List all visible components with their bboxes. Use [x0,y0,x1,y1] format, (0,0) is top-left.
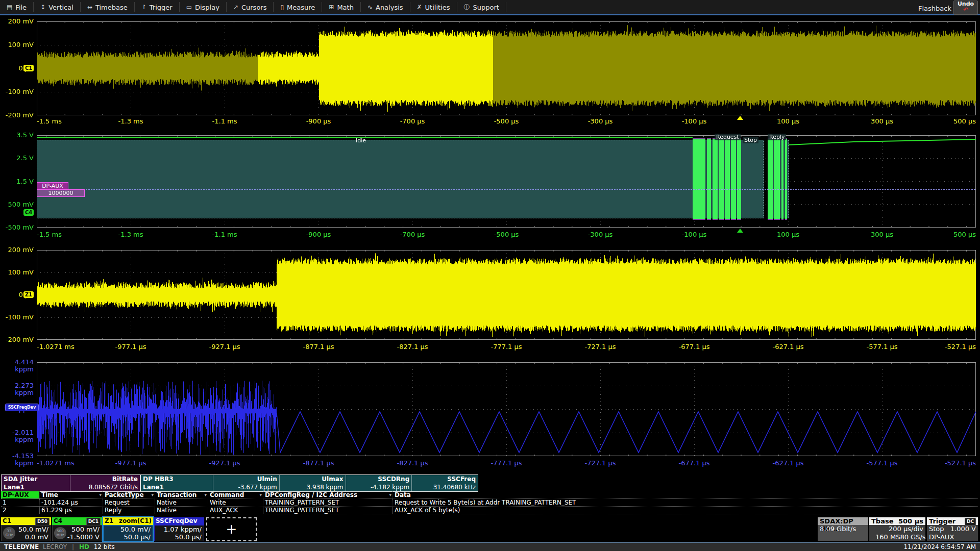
menu-item-cursors[interactable]: ↗Cursors [227,2,274,12]
grid3-x-axis-label: -527.1 µs [945,343,976,350]
waveform-grid-z1[interactable] [37,250,976,340]
grid1-y-axis-label: 100 mV [0,41,34,48]
c1-descriptor-box[interactable]: C1 D50 33GHz 50.0 mV/ 0.0 mV [1,517,51,541]
decode-header-data[interactable]: Data [393,491,978,498]
waveform-grid-c1[interactable] [37,21,976,115]
decode-header-packettype[interactable]: PacketType▾ [103,491,155,498]
c1-coupling-badge: D50 [35,518,50,525]
grid1-x-axis-label: -1.3 ms [118,117,143,125]
decode-cell: AUX_ACK of 5 byte(s) [393,507,978,514]
decode-cell: AUX_ACK [208,507,263,514]
grid2-x-axis-label: -1.5 ms [37,231,62,238]
menu-item-timebase[interactable]: ↔Timebase [81,2,135,12]
jitter-measure-table[interactable]: SDA Jitter BitRate Lane1 8.085672 Gbit/s [1,474,140,492]
decode-header-dpconfigreg[interactable]: DPConfigReg / I2C Address▾ [263,491,393,498]
menu-item-trigger[interactable]: ↾Trigger [135,2,180,12]
decode-col-label: Command [210,491,244,498]
grid2-x-axis-label: -1.3 ms [118,231,143,238]
z1-descriptor-source: zoom(C1) [119,517,152,525]
decode-header-transaction[interactable]: Transaction▾ [155,491,208,498]
grid1-x-axis-label: 100 µs [777,117,799,125]
calculator-icon: ⊞ [329,4,334,11]
grid1-x-axis-label: -300 µs [588,117,613,125]
sscfreqdev-descriptor-name: SSCFreqDev [156,517,198,525]
trigger-position-marker-c1[interactable] [737,116,743,120]
sscfreqdev-descriptor-box[interactable]: SSCFreqDev 1.07 kppm/ 50.0 µs/ [154,517,204,541]
menu-item-math[interactable]: ⊞Math [322,2,361,12]
grid4-x-axis-label: -777.1 µs [491,459,522,467]
grid2-x-axis-label: -100 µs [682,231,707,238]
dp-aux-decode-table[interactable]: DP-AUXTime▾PacketType▾Transaction▾Comman… [1,491,978,514]
decode-cell: 61.229 µs [39,507,103,514]
decode-header-time[interactable]: Time▾ [39,491,103,498]
grid2-y-axis-label: 2.5 V [0,155,34,162]
decode-col-label: Transaction [157,491,197,498]
sdax-analysis-box[interactable]: SDAX:DP HB ... 8.09 Gbit/s [818,517,868,541]
trigger-state: Stop [929,525,944,533]
grid1-y-axis-label: 200 mV [0,18,34,25]
grid1-y-axis-label: -200 mV [0,112,34,119]
menu-item-label: Analysis [376,4,403,11]
grid1-y-axis-label: -100 mV [0,88,34,95]
file-icon: ▤ [7,4,12,11]
trigger-level: 1.000 V [950,525,976,533]
datetime: 11/21/2024 6:54:57 AM [903,543,976,550]
info-icon: ⓘ [464,3,470,12]
sscfreqdev-time-per-div: 50.0 µs/ [175,533,202,541]
menu-item-label: Support [473,4,499,11]
tbase-delay: 500 µs [898,517,923,525]
menu-item-display[interactable]: ▭Display [180,2,227,12]
menu-item-support[interactable]: ⓘSupport [457,2,506,12]
grid2-x-axis-label: -1.1 ms [212,231,237,238]
timebase-box[interactable]: Tbase 500 µs 200 µs/div 160 MS 80 GS/s [869,517,925,541]
menu-item-utilities[interactable]: ✗Utilities [410,2,457,12]
menu-item-analysis[interactable]: ∿Analysis [361,2,410,12]
grid4-y-axis-label: 2.273 kppm [0,382,34,389]
menu-item-label: Math [337,4,354,11]
menu-item-label: Vertical [48,4,74,11]
menu-item-measure[interactable]: ▯Measure [274,2,322,12]
ssc-measure-table[interactable]: DP HBR3UlminUlmaxSSCDRngSSCFreq Lane1-3.… [140,474,478,492]
z1-descriptor-box[interactable]: Z1 zoom(C1) 50.0 mV/ 50.0 µs/ [103,517,153,541]
tbase-scale: 200 µs/div [869,525,925,533]
waveform-grid-c4-dpaux[interactable] [37,135,976,228]
menu-item-file[interactable]: ▤File [0,2,34,12]
vertical-arrows-icon: ↕ [40,4,45,11]
grid3-x-axis-label: -777.1 µs [491,343,522,350]
trigger-position-marker-c4[interactable] [737,229,743,233]
trigger-box[interactable]: Trigger DC Stop 1.000 V DP-AUX [927,517,978,541]
add-trace-button[interactable]: + [206,517,257,541]
decode-row[interactable]: 1-101.424 µsRequestNativeWriteTRAINING_P… [1,499,978,507]
trigger-coupling-badge: DC [965,518,976,525]
sscfreqdev-trace-marker[interactable]: SSCFreqDev [5,404,39,411]
menu-bar: ▤File↕Vertical↔Timebase↾Trigger▭Display↗… [0,0,980,15]
dp-aux-bus-label[interactable]: DP-AUX [37,182,68,190]
z1-channel-marker[interactable]: Z1 [23,291,34,298]
undo-button[interactable]: Undo ↶ [953,1,978,15]
decode-header-command[interactable]: Command▾ [208,491,263,498]
undo-arrow-icon: ↶ [954,7,977,12]
grid4-x-axis-label: -827.1 µs [397,459,428,467]
decode-bus-cell[interactable]: DP-AUX [1,491,39,498]
waveform-grid-sscfreqdev[interactable] [37,362,976,456]
ssc-value-sscdrng: -4.182 kppm [346,483,412,491]
c1-bandwidth-badge: 33GHz [3,527,15,539]
decode-cell: Reply [103,507,155,514]
menu-item-label: Utilities [425,4,450,11]
c4-descriptor-box[interactable]: C4 DC1 500MHz 500 mV/ -1.5000 V [52,517,102,541]
c4-channel-marker[interactable]: C4 [23,209,34,216]
c4-coupling-badge: DC1 [86,518,101,525]
ssc-value-ulmax: 3.938 kppm [279,483,346,491]
grid4-x-axis-label: -877.1 µs [303,459,334,467]
trigger-edge-icon: ↾ [141,4,146,11]
tbase-title: Tbase [871,517,894,525]
grid3-x-axis-label: -577.1 µs [866,343,897,350]
c1-channel-marker[interactable]: C1 [23,65,34,71]
grid2-x-axis-label: -900 µs [306,231,331,238]
menu-item-vertical[interactable]: ↕Vertical [34,2,81,12]
decode-row[interactable]: 261.229 µsReplyNativeAUX_ACKTRAINING_PAT… [1,507,978,514]
measure-icon: ▯ [280,4,284,11]
grid1-x-axis-label: -500 µs [494,117,519,125]
c1-descriptor-name: C1 [3,517,11,525]
grid3-x-axis-label: -927.1 µs [209,343,240,350]
